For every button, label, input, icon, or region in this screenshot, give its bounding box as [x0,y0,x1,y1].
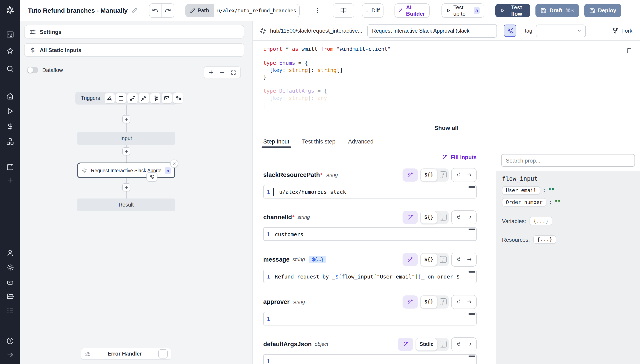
search-icon[interactable] [6,65,14,73]
suspend-approval-phone-icon[interactable] [146,172,158,182]
resources-expand-chip[interactable]: {...} [533,235,556,244]
template-mode-segment[interactable]: ${} [420,168,437,181]
plug-icon[interactable] [453,169,464,181]
prop-key-chip[interactable]: Order number [502,198,546,206]
flow-settings-row[interactable]: Settings [24,25,244,38]
plug-icon[interactable] [453,338,464,350]
http-route-icon[interactable] [128,93,138,103]
redo-button[interactable] [161,4,174,17]
fit-view-icon[interactable] [228,67,238,78]
input-mode-toggle[interactable]: ${}f [420,295,449,308]
ai-bot-icon[interactable] [6,278,14,286]
arrow-right-icon[interactable] [464,169,474,181]
arrow-right-icon[interactable] [464,296,474,308]
path-input[interactable] [214,4,300,17]
logs-list-icon[interactable] [6,307,14,315]
plug-icon[interactable] [453,296,464,308]
ai-wand-button[interactable] [403,168,418,181]
script-code-preview[interactable]: import * as wmill from "windmill-client"… [253,41,640,134]
insert-step-plus-button[interactable] [122,147,130,155]
undo-button[interactable] [149,4,161,17]
arrow-right-icon[interactable] [464,253,474,266]
template-mode-segment[interactable]: ${} [420,253,437,266]
zoom-out-icon[interactable] [218,67,227,78]
insert-step-plus-button[interactable] [122,183,130,191]
webhook-icon[interactable] [105,93,115,103]
copy-code-icon[interactable] [626,48,632,54]
test-up-to-button[interactable]: Test up to a [441,3,484,18]
field-editor[interactable]: 1 u/alex/humorous_slack [263,185,476,198]
add-error-handler-plus-icon[interactable] [158,349,168,358]
field-editor[interactable]: 1 customers [263,227,476,241]
step-summary-input[interactable] [368,24,497,38]
plug-icon[interactable] [453,211,464,223]
home-icon[interactable] [6,92,14,100]
prop-key-chip[interactable]: User email [502,186,540,195]
ai-wand-button[interactable] [403,253,418,266]
field-editor[interactable]: 1 [263,354,476,364]
help-icon[interactable] [6,337,14,345]
plug-icon[interactable] [453,253,464,266]
show-all-button[interactable]: Show all [253,124,640,131]
draft-button[interactable]: Draft ⌘S [536,4,579,17]
docs-book-button[interactable] [333,3,354,18]
template-mode-segment[interactable]: ${} [420,210,437,224]
tag-select[interactable] [536,24,586,37]
windmill-logo[interactable] [0,0,20,20]
arrow-right-icon[interactable] [464,211,474,223]
edit-title-pencil-icon[interactable] [131,8,137,13]
tab-step-input[interactable]: Step Input [263,135,289,148]
diff-button[interactable]: Diff [362,3,384,18]
schedule-icon[interactable] [116,93,126,103]
arrow-right-icon[interactable] [464,338,474,350]
zoom-in-icon[interactable] [206,67,216,78]
folders-icon[interactable] [6,292,14,300]
path-label[interactable]: Path [186,4,214,17]
resources-boxes-icon[interactable] [6,138,14,146]
function-mode-segment[interactable]: f [437,172,449,178]
email-icon[interactable] [162,93,172,103]
all-static-inputs-row[interactable]: All Static Inputs [24,43,244,57]
field-editor[interactable]: 1 Refund request by _${flow_input["User … [263,270,476,283]
workspace-icon[interactable] [6,30,14,38]
delete-step-close-icon[interactable] [170,160,178,168]
star-icon[interactable] [6,47,14,55]
add-icon[interactable] [6,176,14,184]
runs-icon[interactable] [6,107,14,115]
suspend-approval-phone-button[interactable] [504,24,516,37]
ai-builder-button[interactable]: AI Builder [394,3,430,18]
fill-inputs-button[interactable]: Fill inputs [441,154,476,160]
input-mode-toggle[interactable]: ${}f [420,210,449,224]
function-mode-segment[interactable]: f [437,256,449,263]
result-node[interactable]: Result [77,198,175,211]
deploy-button[interactable]: Deploy [584,4,622,17]
static-mode-segment[interactable]: Static [416,338,437,351]
field-editor[interactable]: 1 [263,312,476,326]
function-mode-segment[interactable]: f [437,214,449,220]
template-mode-segment[interactable]: ${} [420,295,437,308]
search-prop-input[interactable] [501,154,635,167]
tab-advanced[interactable]: Advanced [348,135,374,148]
function-mode-segment[interactable]: f [437,298,449,305]
flow-input-label[interactable]: flow_input [502,175,634,182]
ai-wand-button[interactable] [403,210,418,224]
test-flow-button[interactable]: Test flow [495,4,530,17]
kafka-icon[interactable] [150,93,161,103]
settings-gear-icon[interactable] [6,263,14,271]
ai-wand-button[interactable] [398,338,413,351]
expand-arrow-icon[interactable] [6,351,14,359]
dataflow-toggle[interactable] [27,67,38,73]
user-icon[interactable] [6,249,14,257]
function-mode-segment[interactable]: f [437,341,449,348]
variables-dollar-icon[interactable] [6,122,14,130]
poll-icon[interactable] [173,93,184,103]
fork-button[interactable]: Fork [612,28,634,34]
input-node[interactable]: Input [77,132,175,145]
input-mode-toggle[interactable]: ${}f [420,168,449,181]
insert-step-plus-button[interactable] [122,115,130,123]
plug-icon[interactable] [139,93,149,103]
input-mode-toggle[interactable]: ${}f [420,253,449,266]
input-mode-toggle[interactable]: Staticf [416,338,449,351]
error-handler-node[interactable]: Error Handler [81,348,172,360]
tab-test-this-step[interactable]: Test this step [302,135,336,148]
